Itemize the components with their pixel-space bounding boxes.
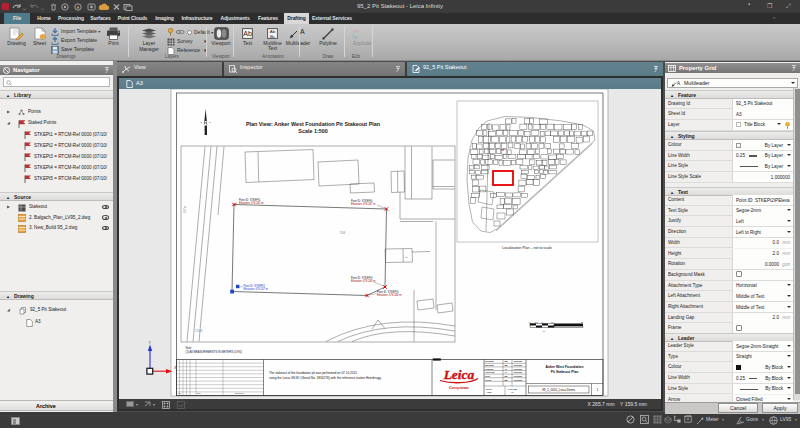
svg-text:PAGE SIZE: PAGE SIZE	[508, 388, 518, 390]
svg-text:APPROVED: APPROVED	[485, 371, 495, 373]
svg-text:using the Leica GS18 I (Serial: using the Leica GS18 I (Serial No. 18342…	[269, 376, 382, 380]
svg-text:m: m	[543, 330, 545, 332]
svg-text:SCALE: SCALE	[486, 388, 493, 390]
svg-text:1:500: 1:500	[487, 391, 491, 393]
svg-text:10/10/2015: 10/10/2015	[514, 360, 523, 362]
svg-text:CHECKED: CHECKED	[485, 368, 494, 370]
svg-text:Y: Y	[149, 341, 152, 345]
svg-text:DRAWN BY: DRAWN BY	[485, 360, 495, 362]
svg-text:744: 744	[340, 231, 346, 235]
svg-text:OFFICE: OFFICE	[485, 379, 492, 381]
svg-text:10/10/2015: 10/10/2015	[514, 379, 523, 381]
svg-text:Scale 1:500: Scale 1:500	[298, 128, 327, 134]
svg-text:A3: A3	[511, 391, 513, 393]
svg-text:Elevation: 476.247 m: Elevation: 476.247 m	[244, 287, 268, 291]
svg-text:Elevation: 476.247 m: Elevation: 476.247 m	[351, 202, 375, 206]
svg-text:FIELD: FIELD	[485, 375, 491, 377]
svg-text:10/10/2015: 10/10/2015	[514, 364, 523, 366]
svg-text:A: A	[677, 81, 680, 86]
svg-text:07/10/2015: 07/10/2015	[514, 375, 523, 377]
svg-text:Date: Date	[197, 392, 201, 394]
svg-text:107a: 107a	[183, 206, 187, 213]
svg-text:A: A	[300, 28, 305, 35]
svg-text:Geosystems: Geosystems	[449, 385, 469, 390]
svg-text:(1) All MEASUREMENTS IN METERS: (1) All MEASUREMENTS IN METERS (LV95)	[186, 350, 243, 354]
svg-text:Ab: Ab	[243, 30, 252, 37]
svg-text:Pit Stakeout Plan: Pit Stakeout Plan	[551, 370, 579, 374]
svg-text:1: 1	[596, 388, 598, 392]
svg-text:Elevation: 476.246 m: Elevation: 476.246 m	[351, 279, 375, 283]
svg-text:10/10/2015: 10/10/2015	[514, 368, 523, 370]
svg-text:Leica: Leica	[443, 367, 475, 382]
svg-text:Rev: Rev	[178, 392, 181, 394]
svg-text:Localization Plan – not to sca: Localization Plan – not to scale	[502, 246, 552, 250]
svg-text:DESIGNED: DESIGNED	[485, 364, 495, 366]
svg-text:Anker West Foundation: Anker West Foundation	[546, 365, 584, 369]
svg-text:The stakeout of the foundation: The stakeout of the foundation pit was p…	[269, 371, 357, 375]
svg-text:98_2_0010_Leica Demo: 98_2_0010_Leica Demo	[542, 388, 575, 392]
svg-text:Bc: Bc	[270, 34, 276, 39]
svg-text:Plan View: Anker West Foundati: Plan View: Anker West Foundation Pit Sta…	[246, 121, 380, 127]
svg-text:Elevation: 476.246 m: Elevation: 476.246 m	[377, 293, 401, 297]
svg-text:Description: Description	[235, 392, 244, 394]
svg-text:10/10/2015: 10/10/2015	[514, 371, 523, 373]
svg-text:Elevation: 476.245 m: Elevation: 476.245 m	[239, 201, 263, 205]
svg-text:2145: 2145	[195, 329, 203, 333]
